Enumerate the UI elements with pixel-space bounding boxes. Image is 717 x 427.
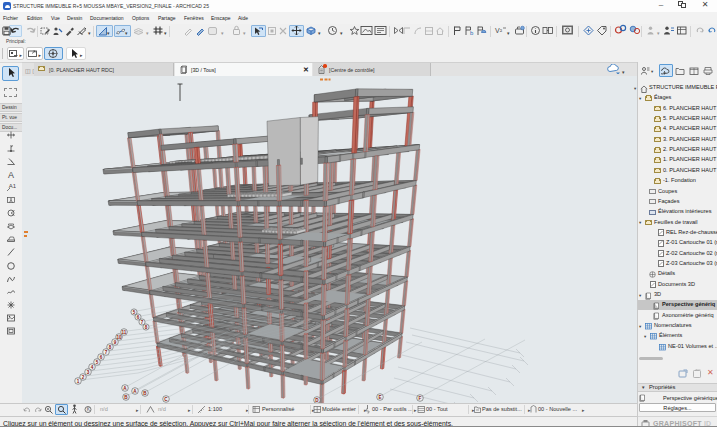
svg-text:9: 9 [114,340,117,345]
svg-text:6: 6 [137,315,140,320]
svg-text:8: 8 [145,325,148,330]
svg-text:8: 8 [109,345,112,350]
svg-text:A: A [8,170,14,180]
svg-text:b: b [470,30,474,36]
svg-text:3: 3 [87,370,90,375]
svg-text:1: 1 [77,379,80,384]
svg-text:V²: V² [495,27,503,34]
svg-text:5: 5 [96,360,99,365]
svg-text:2: 2 [82,375,85,380]
svg-text:6: 6 [100,355,103,360]
svg-text:5: 5 [133,310,136,315]
svg-text:E: E [378,395,381,400]
svg-text:4: 4 [91,365,94,370]
svg-text:7: 7 [105,350,108,355]
svg-text:10: 10 [116,335,122,340]
svg-text:7: 7 [141,320,144,325]
svg-text:11: 11 [122,330,127,335]
